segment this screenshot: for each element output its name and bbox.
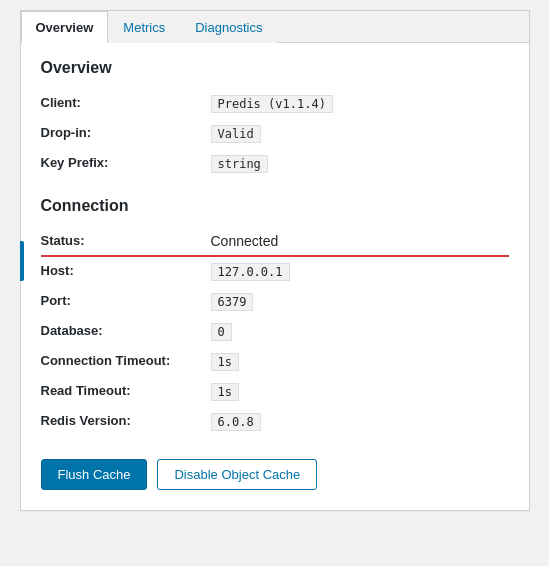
read-timeout-label: Read Timeout: [41,377,211,407]
client-badge: Predis (v1.1.4) [211,95,333,113]
status-label: Status: [41,227,211,256]
panel: Overview Metrics Diagnostics Overview Cl… [20,10,530,511]
keyprefix-label: Key Prefix: [41,149,211,179]
redis-version-badge: 6.0.8 [211,413,261,431]
dropin-badge: Valid [211,125,261,143]
database-badge: 0 [211,323,232,341]
table-row: Port: 6379 [41,287,509,317]
connection-title: Connection [41,197,509,215]
tab-bar: Overview Metrics Diagnostics [21,11,529,43]
keyprefix-value: string [211,149,509,179]
conn-timeout-value: 1s [211,347,509,377]
redis-version-label: Redis Version: [41,407,211,437]
table-row: Connection Timeout: 1s [41,347,509,377]
database-value: 0 [211,317,509,347]
read-timeout-badge: 1s [211,383,239,401]
client-label: Client: [41,89,211,119]
dropin-label: Drop-in: [41,119,211,149]
client-value: Predis (v1.1.4) [211,89,509,119]
database-label: Database: [41,317,211,347]
keyprefix-badge: string [211,155,268,173]
tab-overview[interactable]: Overview [21,11,109,43]
port-label: Port: [41,287,211,317]
status-badge: Connected [211,233,279,249]
conn-timeout-badge: 1s [211,353,239,371]
tab-diagnostics[interactable]: Diagnostics [180,11,277,43]
port-badge: 6379 [211,293,254,311]
left-accent-bar [20,241,24,281]
button-row: Flush Cache Disable Object Cache [41,459,509,490]
redis-version-value: 6.0.8 [211,407,509,437]
table-row: Database: 0 [41,317,509,347]
host-label: Host: [41,256,211,287]
host-badge: 127.0.0.1 [211,263,290,281]
table-row: Host: 127.0.0.1 [41,256,509,287]
flush-cache-button[interactable]: Flush Cache [41,459,148,490]
table-row: Redis Version: 6.0.8 [41,407,509,437]
tab-content: Overview Client: Predis (v1.1.4) Drop-in… [21,43,529,510]
disable-object-cache-button[interactable]: Disable Object Cache [157,459,317,490]
tab-metrics[interactable]: Metrics [108,11,180,43]
overview-title: Overview [41,59,509,77]
table-row: Client: Predis (v1.1.4) [41,89,509,119]
port-value: 6379 [211,287,509,317]
conn-timeout-label: Connection Timeout: [41,347,211,377]
host-value: 127.0.0.1 [211,256,509,287]
table-row: Drop-in: Valid [41,119,509,149]
status-row: Status: Connected [41,227,509,256]
status-value: Connected [211,227,509,256]
read-timeout-value: 1s [211,377,509,407]
table-row: Read Timeout: 1s [41,377,509,407]
dropin-value: Valid [211,119,509,149]
connection-table: Status: Connected Host: 127.0.0.1 Port: … [41,227,509,437]
overview-table: Client: Predis (v1.1.4) Drop-in: Valid K… [41,89,509,179]
table-row: Key Prefix: string [41,149,509,179]
